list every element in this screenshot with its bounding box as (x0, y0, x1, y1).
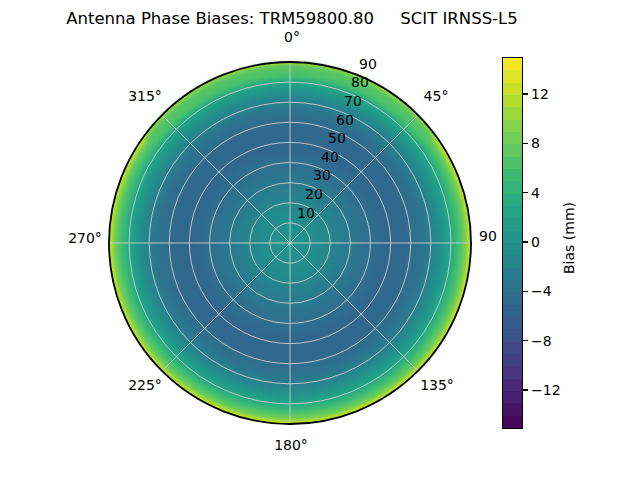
colorbar-label: Bias (mm) (561, 202, 577, 274)
colorbar-band (503, 354, 522, 366)
colorbar-bands (503, 58, 522, 428)
angular-tick-label: 0° (284, 30, 300, 44)
colorbar-band (503, 157, 522, 169)
angular-tick-label: 180° (274, 438, 308, 452)
colorbar-tick-label: −4 (531, 284, 552, 298)
colorbar-band (503, 120, 522, 132)
colorbar-band (503, 218, 522, 230)
colorbar-band (503, 342, 522, 354)
colorbar-tick-label: 0 (531, 235, 540, 249)
colorbar-band (503, 317, 522, 329)
radial-tick-label: 60 (336, 113, 354, 127)
colorbar-band (503, 169, 522, 181)
radial-tick-label: 40 (321, 150, 339, 164)
colorbar-band (503, 366, 522, 378)
colorbar-band (503, 58, 522, 70)
radial-tick-label: 70 (344, 94, 362, 108)
colorbar-band (503, 206, 522, 218)
angular-tick-label: 225° (128, 378, 162, 392)
colorbar-tick (523, 143, 528, 144)
angular-tick-label: 135° (420, 378, 454, 392)
angular-tick-label: 90 (479, 229, 497, 243)
colorbar-band (503, 95, 522, 107)
colorbar-band (503, 132, 522, 144)
colorbar-tick (523, 291, 528, 292)
colorbar-band (503, 231, 522, 243)
angular-tick-label: 315° (128, 89, 162, 103)
colorbar-tick (523, 389, 528, 390)
colorbar-band (503, 255, 522, 267)
colorbar-tick (523, 192, 528, 193)
colorbar-tick-label: −12 (531, 383, 561, 397)
angular-tick-label: 45° (424, 89, 449, 103)
radial-tick-label: 80 (351, 75, 369, 89)
colorbar-band (503, 280, 522, 292)
colorbar-tick (523, 241, 528, 242)
angular-tick-label: 270° (68, 231, 102, 245)
colorbar-tick-label: 8 (531, 136, 540, 150)
figure-canvas: Antenna Phase Biases: TRM59800.80 SCIT I… (0, 0, 640, 480)
polar-grid (109, 62, 471, 424)
colorbar-band (503, 243, 522, 255)
colorbar-band (503, 379, 522, 391)
radial-tick-label: 90 (359, 57, 377, 71)
colorbar-tick-label: −8 (531, 334, 552, 348)
colorbar-band (503, 70, 522, 82)
colorbar-band (503, 194, 522, 206)
colorbar-band (503, 181, 522, 193)
colorbar-tick-label: 12 (531, 87, 549, 101)
colorbar (502, 57, 523, 429)
colorbar-band (503, 391, 522, 403)
radial-tick-label: 10 (297, 206, 315, 220)
colorbar-band (503, 292, 522, 304)
colorbar-tick (523, 93, 528, 94)
colorbar-band (503, 305, 522, 317)
radial-tick-label: 50 (328, 131, 346, 145)
colorbar-tick-label: 4 (531, 186, 540, 200)
colorbar-band (503, 329, 522, 341)
colorbar-band (503, 403, 522, 415)
colorbar-band (503, 268, 522, 280)
colorbar-band (503, 144, 522, 156)
radial-tick-label: 20 (305, 187, 323, 201)
colorbar-tick (523, 340, 528, 341)
colorbar-band (503, 83, 522, 95)
colorbar-band (503, 107, 522, 119)
colorbar-band (503, 416, 522, 428)
radial-tick-label: 30 (313, 168, 331, 182)
